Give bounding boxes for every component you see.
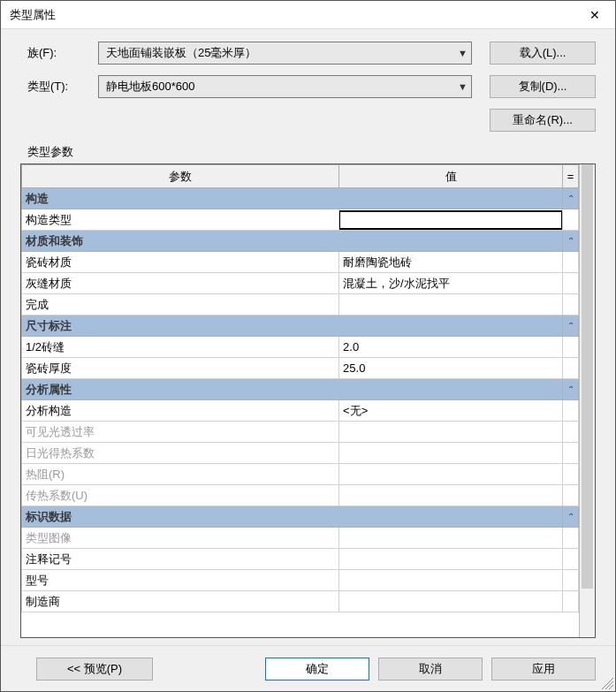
section-title: 尺寸标注 — [22, 316, 563, 337]
eq-cell[interactable] — [563, 252, 579, 273]
section-title: 分析属性 — [22, 379, 563, 400]
param-name-cell: 瓷砖材质 — [22, 252, 339, 273]
section-header[interactable]: 材质和装饰⌃ — [22, 231, 579, 252]
table-row[interactable]: 瓷砖材质耐磨陶瓷地砖 — [22, 252, 579, 273]
section-title: 材质和装饰 — [22, 231, 563, 252]
table-row[interactable]: 分析构造<无> — [22, 400, 579, 422]
table-row[interactable]: 日光得热系数 — [22, 443, 579, 464]
param-name-cell: 瓷砖厚度 — [22, 358, 339, 379]
eq-cell[interactable] — [563, 400, 579, 422]
eq-cell[interactable] — [563, 209, 579, 231]
param-value-cell[interactable] — [339, 570, 563, 591]
param-name-cell: 构造类型 — [22, 209, 339, 231]
section-title: 标识数据 — [22, 506, 563, 528]
param-name-cell: 分析构造 — [22, 400, 339, 422]
param-name-cell: 日光得热系数 — [22, 443, 339, 464]
eq-cell[interactable] — [563, 549, 579, 570]
param-name-cell: 注释记号 — [22, 549, 339, 570]
collapse-icon[interactable]: ⌃ — [563, 231, 579, 252]
eq-cell[interactable] — [563, 443, 579, 464]
type-properties-dialog: 类型属性 ✕ 族(F): 天地面铺装嵌板（25毫米厚） ▼ 载入(L)... 类… — [0, 0, 616, 692]
collapse-icon[interactable]: ⌃ — [563, 188, 579, 209]
eq-cell[interactable] — [563, 294, 579, 316]
load-button[interactable]: 载入(L)... — [490, 42, 596, 65]
type-value: 静电地板600*600 — [106, 79, 194, 95]
close-button[interactable]: ✕ — [574, 1, 615, 29]
param-value-cell[interactable] — [339, 443, 563, 464]
header-eq[interactable]: = — [563, 165, 579, 188]
section-header[interactable]: 构造⌃ — [22, 188, 579, 209]
params-table-wrap: 参数 值 = 构造⌃构造类型材质和装饰⌃瓷砖材质耐磨陶瓷地砖灰缝材质混凝土，沙/… — [20, 163, 596, 638]
param-value-cell[interactable]: 混凝土，沙/水泥找平 — [339, 273, 563, 294]
family-label: 族(F): — [27, 45, 98, 61]
bottom-bar: << 预览(P) 确定 取消 应用 — [1, 645, 615, 691]
param-value-cell[interactable]: 2.0 — [339, 337, 563, 358]
cancel-button[interactable]: 取消 — [378, 658, 483, 681]
param-value-cell[interactable] — [339, 422, 563, 443]
param-value-cell[interactable] — [339, 209, 563, 231]
eq-cell[interactable] — [563, 591, 579, 612]
type-label: 类型(T): — [27, 79, 98, 95]
table-row[interactable]: 传热系数(U) — [22, 485, 579, 506]
eq-cell[interactable] — [563, 358, 579, 379]
value-edit-box[interactable] — [338, 210, 563, 230]
table-row[interactable]: 完成 — [22, 294, 579, 316]
param-value-cell[interactable] — [339, 591, 563, 612]
param-value-cell[interactable] — [339, 549, 563, 570]
table-row[interactable]: 注释记号 — [22, 549, 579, 570]
titlebar: 类型属性 ✕ — [1, 1, 615, 29]
param-value-cell[interactable]: 耐磨陶瓷地砖 — [339, 252, 563, 273]
table-row[interactable]: 构造类型 — [22, 209, 579, 231]
eq-cell[interactable] — [563, 485, 579, 506]
param-name-cell: 类型图像 — [22, 528, 339, 549]
table-row[interactable]: 热阻(R) — [22, 464, 579, 485]
table-row[interactable]: 1/2砖缝2.0 — [22, 337, 579, 358]
dialog-title: 类型属性 — [10, 7, 56, 23]
eq-cell[interactable] — [563, 528, 579, 549]
param-value-cell[interactable] — [339, 528, 563, 549]
ok-button[interactable]: 确定 — [265, 658, 369, 681]
param-name-cell: 可见光透过率 — [22, 422, 339, 443]
collapse-icon[interactable]: ⌃ — [563, 506, 579, 528]
param-value-cell[interactable]: <无> — [339, 400, 563, 422]
eq-cell[interactable] — [563, 570, 579, 591]
section-header[interactable]: 尺寸标注⌃ — [22, 316, 579, 337]
top-area: 族(F): 天地面铺装嵌板（25毫米厚） ▼ 载入(L)... 类型(T): 静… — [1, 29, 615, 144]
param-value-cell[interactable] — [339, 294, 563, 316]
type-params-label: 类型参数 — [1, 144, 615, 163]
param-value-cell[interactable] — [339, 485, 563, 506]
eq-cell[interactable] — [563, 422, 579, 443]
section-header[interactable]: 分析属性⌃ — [22, 379, 579, 400]
scrollbar-thumb[interactable] — [582, 164, 593, 589]
apply-button[interactable]: 应用 — [491, 658, 596, 681]
family-combobox[interactable]: 天地面铺装嵌板（25毫米厚） ▼ — [98, 42, 472, 65]
eq-cell[interactable] — [563, 464, 579, 485]
preview-button[interactable]: << 预览(P) — [36, 658, 153, 681]
rename-button[interactable]: 重命名(R)... — [490, 109, 596, 132]
collapse-icon[interactable]: ⌃ — [563, 379, 579, 400]
header-param[interactable]: 参数 — [22, 165, 339, 188]
param-name-cell: 完成 — [22, 294, 339, 316]
resize-grip[interactable] — [601, 677, 613, 689]
header-value[interactable]: 值 — [339, 165, 563, 188]
param-value-cell[interactable]: 25.0 — [339, 358, 563, 379]
table-row[interactable]: 瓷砖厚度25.0 — [22, 358, 579, 379]
section-header[interactable]: 标识数据⌃ — [22, 506, 579, 528]
table-row[interactable]: 灰缝材质混凝土，沙/水泥找平 — [22, 273, 579, 294]
duplicate-button[interactable]: 复制(D)... — [490, 75, 596, 98]
table-row[interactable]: 可见光透过率 — [22, 422, 579, 443]
param-value-cell[interactable] — [339, 464, 563, 485]
table-row[interactable]: 制造商 — [22, 591, 579, 612]
param-name-cell: 1/2砖缝 — [22, 337, 339, 358]
params-table: 参数 值 = 构造⌃构造类型材质和装饰⌃瓷砖材质耐磨陶瓷地砖灰缝材质混凝土，沙/… — [21, 164, 579, 612]
table-row[interactable]: 类型图像 — [22, 528, 579, 549]
type-combobox[interactable]: 静电地板600*600 ▼ — [98, 75, 472, 98]
eq-cell[interactable] — [563, 273, 579, 294]
close-icon: ✕ — [589, 8, 600, 22]
eq-cell[interactable] — [563, 337, 579, 358]
param-name-cell: 热阻(R) — [22, 464, 339, 485]
chevron-down-icon: ▼ — [458, 48, 468, 58]
vertical-scrollbar[interactable] — [579, 164, 595, 637]
table-row[interactable]: 型号 — [22, 570, 579, 591]
collapse-icon[interactable]: ⌃ — [563, 316, 579, 337]
